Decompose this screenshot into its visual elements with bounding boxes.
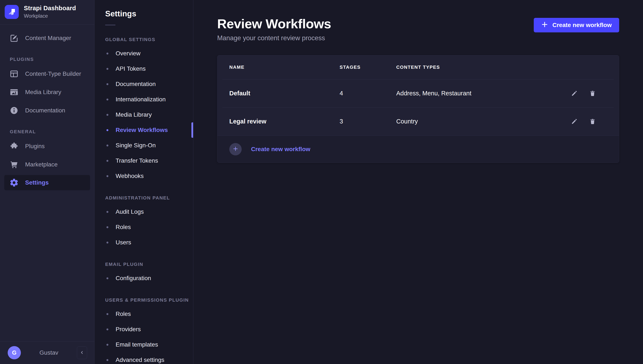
content-type-builder-icon: [9, 69, 19, 78]
workflow-row-default[interactable]: Default 4 Address, Menu, Restaurant: [222, 79, 614, 107]
row-actions: [558, 89, 607, 98]
trash-icon: [589, 118, 596, 125]
brand-text: Strapi Dashboard Workplace: [24, 5, 76, 19]
settings-nav-item-label: Configuration: [116, 275, 151, 282]
section-email-plugin: EMAIL PLUGIN: [105, 262, 193, 267]
nav-item-documentation[interactable]: Documentation: [0, 101, 94, 120]
settings-nav-item-label: Single Sign-On: [116, 142, 156, 149]
nav-item-label: Marketplace: [25, 161, 58, 168]
settings-nav-item-users[interactable]: Users: [94, 235, 193, 250]
nav-item-media-library[interactable]: Media Library: [0, 83, 94, 101]
settings-nav-item-roles-up[interactable]: Roles: [94, 306, 193, 322]
settings-nav-item-label: Documentation: [116, 81, 156, 88]
nav-item-marketplace[interactable]: Marketplace: [0, 156, 94, 174]
settings-nav-item-transfer-tokens[interactable]: Transfer Tokens: [94, 153, 193, 168]
settings-nav-item-label: Audit Logs: [116, 208, 144, 215]
add-workflow-circle-button[interactable]: [229, 143, 242, 156]
settings-title: Settings: [105, 9, 193, 18]
workflow-stages: 4: [340, 90, 396, 97]
settings-nav-item-webhooks[interactable]: Webhooks: [94, 168, 193, 184]
settings-nav-item-single-sign-on[interactable]: Single Sign-On: [94, 138, 193, 153]
delete-workflow-button[interactable]: [588, 89, 597, 98]
collapse-sidebar-button[interactable]: [77, 346, 87, 359]
row-actions: [558, 117, 607, 126]
avatar[interactable]: G: [8, 346, 21, 359]
bullet-dot: [106, 313, 108, 315]
settings-nav-item-advanced-settings[interactable]: Advanced settings: [94, 352, 193, 364]
trash-icon: [589, 90, 596, 97]
add-workflow-label: Create new workflow: [251, 146, 310, 152]
settings-nav-item-label: Email templates: [116, 341, 158, 348]
settings-nav-item-audit-logs[interactable]: Audit Logs: [94, 204, 193, 220]
settings-gear-icon: [9, 178, 19, 187]
edit-workflow-button[interactable]: [570, 117, 578, 126]
content-manager-icon: [9, 34, 19, 43]
bullet-dot: [106, 114, 108, 116]
nav-item-content-type-builder[interactable]: Content-Type Builder: [0, 65, 94, 83]
bullet-dot: [106, 328, 108, 330]
create-workflow-button-label: Create new workflow: [552, 22, 612, 28]
bullet-dot: [106, 52, 108, 54]
app-root: Strapi Dashboard Workplace Content Manag…: [0, 0, 643, 364]
bullet-dot: [106, 211, 108, 213]
user-name: Gustav: [21, 349, 77, 356]
settings-nav-item-email-templates[interactable]: Email templates: [94, 337, 193, 352]
nav-item-plugins[interactable]: Plugins: [0, 137, 94, 156]
settings-nav-item-review-workflows[interactable]: Review Workflows: [94, 122, 193, 138]
edit-workflow-button[interactable]: [570, 89, 578, 98]
bullet-dot: [106, 344, 108, 346]
settings-nav-item-overview[interactable]: Overview: [94, 46, 193, 61]
settings-nav-item-label: API Tokens: [116, 65, 146, 72]
table-footer-add-row[interactable]: Create new workflow: [218, 136, 619, 163]
strapi-logo-icon: [5, 5, 19, 19]
workflows-table: NAME STAGES CONTENT TYPES Default 4 Addr…: [217, 55, 619, 163]
plugins-icon: [9, 142, 19, 151]
settings-nav-item-label: Review Workflows: [116, 127, 168, 134]
section-users-permissions-plugin: USERS & PERMISSIONS PLUGIN: [105, 297, 193, 303]
settings-nav-item-label: Overview: [116, 50, 140, 57]
section-administration-panel: ADMINISTRATION PANEL: [105, 195, 193, 201]
nav-item-settings[interactable]: Settings: [4, 175, 90, 190]
workflow-content-types: Address, Menu, Restaurant: [396, 90, 558, 97]
settings-nav-item-label: Roles: [116, 224, 131, 230]
nav-item-label: Content-Type Builder: [25, 70, 81, 77]
nav-item-content-manager[interactable]: Content Manager: [0, 29, 94, 47]
pencil-icon: [571, 90, 578, 97]
settings-nav-item-configuration[interactable]: Configuration: [94, 270, 193, 286]
title-rule: [105, 25, 116, 25]
settings-nav-item-providers[interactable]: Providers: [94, 322, 193, 337]
section-global-settings: GLOBAL SETTINGS: [105, 37, 193, 42]
marketplace-icon: [9, 160, 19, 169]
bullet-dot: [106, 175, 108, 177]
plus-icon: [541, 21, 548, 30]
settings-nav-item-internationalization[interactable]: Internationalization: [94, 92, 193, 107]
bullet-dot: [106, 83, 108, 85]
nav-item-label: Content Manager: [25, 35, 71, 42]
documentation-icon: [9, 106, 19, 115]
user-row: G Gustav: [0, 342, 94, 364]
settings-nav-item-documentation[interactable]: Documentation: [94, 76, 193, 92]
bullet-dot: [106, 98, 108, 100]
page-subtitle: Manage your content review process: [217, 34, 331, 42]
settings-nav-item-label: Users: [116, 239, 131, 246]
delete-workflow-button[interactable]: [588, 117, 597, 126]
settings-nav-item-roles-admin[interactable]: Roles: [94, 220, 193, 235]
main-sidebar: Strapi Dashboard Workplace Content Manag…: [0, 0, 94, 364]
page-header-text: Review Workflows Manage your content rev…: [217, 16, 331, 42]
nav-section-general: GENERAL: [10, 129, 94, 134]
nav-item-label: Settings: [25, 179, 48, 186]
create-workflow-button[interactable]: Create new workflow: [534, 18, 619, 32]
column-header-name: NAME: [229, 64, 340, 70]
workspace-brand[interactable]: Strapi Dashboard Workplace: [0, 0, 94, 24]
settings-nav-item-label: Transfer Tokens: [116, 157, 158, 164]
nav-section-plugins: PLUGINS: [10, 56, 94, 62]
bullet-dot: [106, 68, 108, 70]
chevron-left-icon: [80, 350, 84, 356]
workflow-row-legal-review[interactable]: Legal review 3 Country: [222, 107, 614, 136]
bullet-dot: [106, 129, 108, 131]
settings-nav-item-api-tokens[interactable]: API Tokens: [94, 61, 193, 76]
settings-nav-item-label: Media Library: [116, 111, 152, 118]
bullet-dot: [106, 160, 108, 162]
main-content: Review Workflows Manage your content rev…: [193, 0, 643, 364]
settings-nav-item-media-library[interactable]: Media Library: [94, 107, 193, 122]
